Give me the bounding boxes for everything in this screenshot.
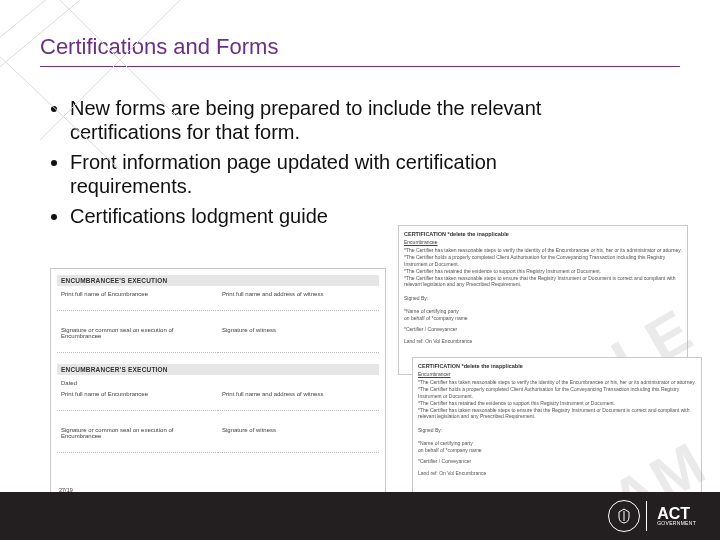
act-logo-text: ACT GOVERNMENT (657, 507, 696, 526)
cert-line: *The Certifier holds a properly complete… (404, 254, 682, 267)
form-label: Signature of witness (218, 426, 379, 440)
form-section-title: ENCUMBRANCER'S EXECUTION (57, 364, 379, 375)
act-government-logo: ACT GOVERNMENT (608, 500, 696, 532)
cert-line: *The Certifier holds a properly complete… (418, 386, 696, 399)
form-label: Print full name and address of witness (218, 390, 379, 398)
sample-form-left: ENCUMBRANCEE'S EXECUTION Print full name… (50, 268, 386, 498)
cert-who: *Certifier / Conveyancer (418, 458, 696, 464)
footer-bar: ACT GOVERNMENT (0, 492, 720, 540)
form-label: Print full name and address of witness (218, 290, 379, 298)
cert-subhead: Encumbrancee (404, 239, 682, 245)
svg-line-2 (40, 0, 260, 140)
form-section-title: ENCUMBRANCEE'S EXECUTION (57, 275, 379, 286)
cert-line: *The Certifier has retained the evidence… (418, 400, 696, 406)
svg-line-4 (0, 0, 180, 120)
cert-subhead: Encumbrancer (418, 371, 696, 377)
form-label: Dated (57, 379, 218, 387)
form-label: Print full name of Encumbrancee (57, 290, 218, 298)
slide: Certifications and Forms New forms are b… (0, 0, 720, 540)
cert-signed: Signed By: (404, 295, 682, 301)
form-label: Signature of witness (218, 326, 379, 340)
cert-line: *The Certifier has retained the evidence… (404, 268, 682, 274)
cert-land: Land ref: On Vol Encumbrance (404, 338, 682, 344)
cert-signed: Signed By: (418, 427, 696, 433)
cert-behalf: on behalf of *company name (418, 447, 696, 453)
form-label: Signature or common seal on execution of… (57, 426, 218, 440)
cert-name-of: *Name of certifying party (404, 308, 682, 314)
cert-behalf: on behalf of *company name (404, 315, 682, 321)
svg-line-1 (0, 0, 180, 70)
cert-heading: CERTIFICATION *delete the inapplicable (418, 363, 696, 369)
cert-name-of: *Name of certifying party (418, 440, 696, 446)
cert-line: *The Certifier has taken reasonable step… (418, 407, 696, 420)
cert-line: *The Certifier has taken reasonable step… (418, 379, 696, 385)
crest-icon (608, 500, 640, 532)
sample-cert-a: CERTIFICATION *delete the inapplicable E… (398, 225, 688, 375)
cert-line: *The Certifier has taken reasonable step… (404, 275, 682, 288)
cert-heading: CERTIFICATION *delete the inapplicable (404, 231, 682, 237)
cert-land: Land ref: On Vol Encumbrance (418, 470, 696, 476)
bullet-item: Front information page updated with cert… (70, 150, 610, 198)
cert-who: *Certifier / Conveyancer (404, 326, 682, 332)
sample-cert-b: CERTIFICATION *delete the inapplicable E… (412, 357, 702, 512)
act-logo-subtext: GOVERNMENT (657, 521, 696, 526)
form-label: Signature or common seal on execution of… (57, 326, 218, 340)
decorative-lines (0, 0, 260, 140)
form-label: Print full name of Encumbrancee (57, 390, 218, 398)
cert-line: *The Certifier has taken reasonable step… (404, 247, 682, 253)
